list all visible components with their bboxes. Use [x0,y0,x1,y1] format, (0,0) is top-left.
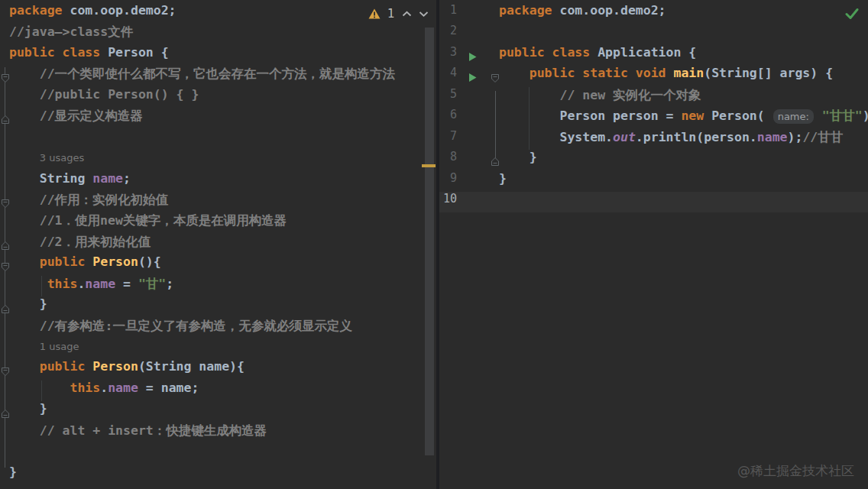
token-txt: Person person = [499,108,681,123]
token-txt: ); [863,108,868,123]
code-line[interactable]: //作用：实例化初始值 [9,192,395,212]
token-txt: = name; [138,381,199,395]
token-txt [9,338,40,353]
code-line[interactable]: //1．使用new关键字，本质是在调用构造器 [9,212,395,233]
code-line[interactable]: //显示定义构造器 [9,108,395,128]
code-line[interactable]: Person person = new Person( name: "甘甘"); [499,108,868,128]
code-line[interactable]: 3 usages [9,150,395,170]
code-line[interactable]: public Person(){ [9,254,395,275]
token-usages: 1 usage [40,341,79,352]
line-number[interactable]: 9 [439,171,457,192]
token-txt: com.oop.demo2; [63,3,177,18]
token-cmt: //java—>class文件 [9,24,133,39]
next-problem-chevron-down-icon[interactable] [419,11,429,18]
code-line[interactable]: 1 usage [9,338,395,359]
editor-pane-application[interactable]: 12345678910 package com.oop.demo2; publi… [439,0,868,489]
code-line[interactable]: //有参构造:一旦定义了有参构造，无参就必须显示定义 [9,318,395,338]
token-txt: } [9,465,17,479]
code-line[interactable]: } [9,401,395,422]
code-line[interactable]: this.name = name; [9,381,395,401]
code-line[interactable]: } [9,465,395,485]
token-field: name [108,381,138,395]
token-kw: this [70,381,100,395]
code-line[interactable]: //2．用来初始化值 [9,234,395,254]
token-txt: . [77,277,85,291]
code-line[interactable]: package com.oop.demo2; [9,3,395,24]
code-area[interactable]: package com.oop.demo2; public class Appl… [499,3,868,212]
token-str: "甘甘" [822,108,863,123]
token-kw: public class [499,45,598,60]
line-number[interactable]: 10 [439,192,457,212]
code-line[interactable]: public Person(String name){ [9,359,395,380]
parameter-name-hint: name: [773,109,814,124]
code-line[interactable]: } [9,296,395,317]
line-number[interactable]: 5 [439,87,457,108]
token-txt: } [9,296,47,311]
run-icon[interactable] [468,50,478,60]
code-line[interactable]: this.name = "甘"; [9,276,395,296]
token-txt: com.oop.demo2; [552,3,666,18]
token-kw: public [9,359,92,374]
code-line[interactable]: package com.oop.demo2; [499,3,868,24]
token-txt [815,108,822,123]
code-line[interactable]: // new 实例化一个对象 [499,87,868,108]
line-number[interactable]: 1 [439,3,457,24]
token-txt: ; [166,277,173,291]
token-txt: String [9,171,92,186]
editor-pane-person[interactable]: package com.oop.demo2;//java—>class文件pub… [0,0,436,489]
token-cmt: // new 实例化一个对象 [499,88,701,102]
line-number[interactable]: 4 [439,66,457,86]
token-kw: package [9,3,63,18]
code-line[interactable] [9,129,395,150]
token-cmt: //显示定义构造器 [9,108,143,123]
token-txt: } [499,171,507,186]
token-field: name [85,277,115,291]
error-stripe-warning-mark[interactable] [422,164,436,167]
token-cmt: //有参构造:一旦定义了有参构造，无参就必须显示定义 [9,319,352,333]
line-number[interactable]: 2 [439,24,457,44]
token-txt: } [499,150,537,164]
code-line[interactable]: public class Person { [9,45,395,66]
token-field: name [92,171,123,186]
line-number-gutter[interactable]: 12345678910 [439,3,457,212]
code-line[interactable] [499,192,868,212]
code-line[interactable]: //一个类即使什么都不写，它也会存在一个方法，就是构造方法 [9,66,395,86]
code-line[interactable] [9,443,395,464]
code-line[interactable]: } [499,150,868,170]
token-cmt: //甘甘 [802,130,843,144]
code-line[interactable]: System.out.println(person.name);//甘甘 [499,129,868,150]
token-kw: public class [9,45,108,60]
code-line[interactable]: public class Application { [499,45,868,66]
code-line[interactable]: //java—>class文件 [9,24,395,44]
code-line[interactable]: // alt + insert：快捷键生成构造器 [9,423,395,443]
run-icon[interactable] [468,71,478,81]
line-number[interactable]: 8 [439,150,457,170]
line-number[interactable]: 6 [439,108,457,128]
inspections-widget[interactable]: 1 [368,7,429,21]
token-cmt: //2．用来初始化值 [9,235,151,249]
code-line[interactable]: //public Person() { } [9,87,395,108]
code-area[interactable]: package com.oop.demo2;//java—>class文件pub… [9,3,395,485]
code-line[interactable]: public static void main(String[] args) { [499,66,868,86]
token-field: name [757,130,788,144]
token-cmt: //public Person() { } [9,87,199,102]
token-txt: (){ [138,254,161,269]
code-line[interactable]: } [499,171,868,192]
scrollbar-thumb[interactable] [425,28,434,455]
inspections-ok-checkmark-icon[interactable] [845,8,859,23]
token-cmt: // alt + insert：快捷键生成构造器 [9,423,267,438]
prev-problem-chevron-up-icon[interactable] [402,11,412,18]
watermark: @稀土掘金技术社区 [737,462,854,480]
warning-count: 1 [387,7,395,21]
line-number[interactable]: 7 [439,129,457,150]
code-line[interactable]: String name; [9,171,395,192]
token-cmt: //作用：实例化初始值 [9,193,168,207]
code-line[interactable] [499,24,868,44]
token-usages: 3 usages [40,152,84,164]
token-txt: ; [123,171,131,186]
token-txt: = [115,277,138,291]
line-number[interactable]: 3 [439,45,457,66]
token-cmt: //一个类即使什么都不写，它也会存在一个方法，就是构造方法 [9,66,395,81]
token-txt [9,381,70,395]
token-decl: main [673,66,704,80]
